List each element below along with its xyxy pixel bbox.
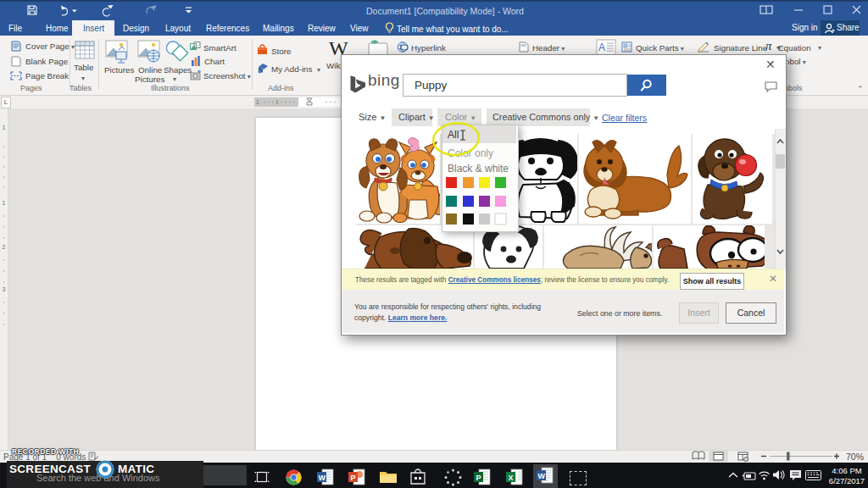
svg-text:P: P: [476, 474, 481, 482]
svg-text:W: W: [319, 474, 326, 482]
svg-text:X: X: [509, 474, 514, 482]
svg-text:1: 1: [3, 200, 6, 206]
svg-text:1: 1: [256, 99, 259, 105]
svg-text:P: P: [351, 474, 356, 482]
svg-text:2: 2: [3, 244, 6, 250]
svg-text:W: W: [538, 472, 546, 480]
svg-text:A: A: [598, 42, 605, 53]
svg-text:3: 3: [3, 286, 6, 292]
svg-text:1: 1: [3, 125, 6, 130]
